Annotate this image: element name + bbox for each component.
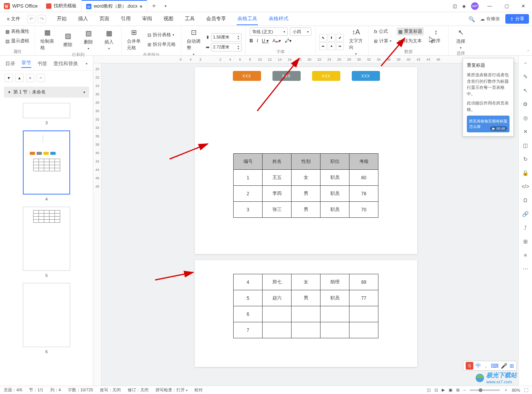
show-gridlines-button[interactable]: ▤显示虚框 bbox=[4, 37, 31, 45]
code-icon[interactable]: </> bbox=[522, 183, 529, 190]
align-tc[interactable]: ⬆ bbox=[328, 34, 335, 42]
collapse-button[interactable]: ▾ bbox=[5, 74, 13, 82]
zoom-in-button[interactable]: ＋ bbox=[504, 387, 508, 393]
omega-icon[interactable]: Ω bbox=[522, 197, 529, 204]
table-row[interactable]: 1王五女职员80 bbox=[234, 170, 378, 186]
ai-icon[interactable]: ◎ bbox=[522, 114, 529, 121]
export-icon[interactable]: ⤴ bbox=[522, 224, 529, 231]
select-button[interactable]: ↖选择▾ bbox=[452, 27, 469, 50]
table-header[interactable]: 编号 bbox=[234, 154, 263, 170]
bookmark-icon[interactable]: ◫ bbox=[522, 142, 529, 149]
document-canvas[interactable]: 6422468101214161820222426283032343638404… bbox=[93, 56, 518, 386]
nav-tab-3[interactable]: 查找和替换 bbox=[53, 60, 78, 67]
merge-cells-button[interactable]: ⊞合并单元格 bbox=[125, 27, 142, 52]
italic-button[interactable]: I bbox=[257, 38, 258, 43]
remove-section-button[interactable]: − bbox=[37, 74, 45, 82]
font-family-select[interactable]: 等线 (正文)▾ bbox=[250, 27, 288, 36]
font-size-select[interactable]: 小四▾ bbox=[290, 27, 311, 36]
sogou-icon[interactable]: S bbox=[466, 362, 473, 370]
zoom-slider[interactable] bbox=[470, 389, 500, 391]
tab-templates[interactable]: 找稻壳模板 bbox=[42, 0, 82, 12]
table-row[interactable]: 4郑七女助理89 bbox=[234, 274, 378, 290]
close-button[interactable]: ✕ bbox=[518, 0, 529, 12]
search-icon[interactable]: 🔍 bbox=[468, 16, 475, 22]
menu-item-9[interactable]: 表格样式 bbox=[268, 13, 289, 25]
page-thumbnail-3[interactable] bbox=[23, 103, 70, 118]
status-track[interactable]: 修订：关闭 bbox=[128, 387, 149, 393]
align-tl[interactable]: ⬉ bbox=[319, 34, 327, 42]
status-proof[interactable]: 校对 bbox=[194, 387, 203, 393]
highlight-button[interactable]: 🖍▾ bbox=[285, 38, 292, 43]
page-thumbnail-5[interactable] bbox=[23, 207, 70, 271]
expand-button[interactable]: ▴ bbox=[15, 74, 24, 82]
align-mc[interactable]: ● bbox=[328, 42, 335, 50]
table-row[interactable]: 7 bbox=[234, 322, 378, 338]
bold-button[interactable]: B bbox=[250, 38, 253, 43]
insert-button[interactable]: ▦插入▾ bbox=[101, 28, 117, 51]
nav-tab-0[interactable]: 目录 bbox=[5, 60, 15, 67]
tooltip-video[interactable]: 跨页表格每页都有标题怎么做 ▶00:48 bbox=[467, 116, 510, 132]
table-row[interactable]: 3张三男职员70 bbox=[234, 202, 378, 218]
status-spell[interactable]: 拼写检查：打开 ▾ bbox=[155, 387, 187, 393]
font-color-button[interactable]: A▾ bbox=[272, 38, 281, 43]
view-mode-4[interactable]: ▣ bbox=[449, 388, 452, 392]
table-row[interactable]: 5赵六男职员77 bbox=[234, 290, 378, 306]
settings-icon[interactable]: ⚙ bbox=[522, 101, 529, 108]
grid-icon[interactable]: ⊞ bbox=[522, 238, 529, 245]
minus-icon[interactable]: − bbox=[522, 60, 529, 66]
align-mr[interactable]: ➡ bbox=[336, 42, 344, 50]
menu-item-0[interactable]: 开始 bbox=[56, 13, 67, 25]
draw-table-button[interactable]: ▦绘制表格 bbox=[39, 27, 56, 52]
refresh-icon[interactable]: ↻ bbox=[522, 156, 529, 162]
align-ml[interactable]: ⬅ bbox=[319, 42, 327, 50]
status-rev[interactable]: 改写：关闭 bbox=[100, 387, 121, 393]
fullscreen-button[interactable]: ⛶ bbox=[524, 388, 528, 392]
section-item[interactable]: ▼ 第 1 节：未命名 ▾ bbox=[4, 87, 89, 98]
list-icon[interactable]: ≡ bbox=[522, 252, 529, 259]
convert-text-button[interactable]: ⇄转为文本 bbox=[397, 37, 424, 45]
sort-button[interactable]: ↕排序 bbox=[428, 27, 444, 45]
menu-item-2[interactable]: 页面 bbox=[99, 13, 110, 25]
eraser-button[interactable]: ▨擦除 bbox=[59, 31, 76, 49]
menu-item-3[interactable]: 引用 bbox=[120, 13, 131, 25]
repeat-header-button[interactable]: ▦重复标题 bbox=[397, 27, 424, 35]
ime-more[interactable]: ⊞ bbox=[510, 363, 514, 369]
zoom-label[interactable]: 80% bbox=[512, 388, 520, 392]
status-section[interactable]: 节：1/1 bbox=[29, 387, 43, 393]
ime-keyboard[interactable]: ⌨ bbox=[491, 363, 498, 369]
lock-icon[interactable]: 🔒 bbox=[522, 169, 529, 176]
status-col[interactable]: 列：4 bbox=[50, 387, 61, 393]
pen-icon[interactable]: ✎ bbox=[522, 73, 529, 80]
ribbon-collapse-button[interactable]: ⌃ bbox=[527, 50, 530, 54]
calc-button[interactable]: ⊞计算▾ bbox=[372, 37, 393, 45]
autofit-button[interactable]: ⊡自动调整▾ bbox=[185, 27, 202, 57]
view-mode-1[interactable]: ◫ bbox=[427, 388, 431, 392]
menu-item-4[interactable]: 审阅 bbox=[141, 13, 153, 25]
undo-button[interactable]: ↶ bbox=[27, 15, 35, 23]
align-tr[interactable]: ⬈ bbox=[336, 34, 344, 42]
menu-item-8[interactable]: 表格工具 bbox=[237, 13, 258, 25]
table-props-button[interactable]: ▦表格属性 bbox=[4, 27, 31, 35]
menu-item-1[interactable]: 插入 bbox=[77, 13, 89, 25]
layout-icon[interactable]: ◫ bbox=[453, 3, 457, 9]
menu-item-6[interactable]: 工具 bbox=[184, 13, 195, 25]
page-thumbnail-4[interactable] bbox=[23, 130, 70, 195]
avatar[interactable]: WP bbox=[471, 2, 479, 10]
table-header[interactable]: 考核 bbox=[349, 154, 378, 170]
table-row[interactable]: 2李四男职员78 bbox=[234, 186, 378, 202]
split-cell-button[interactable]: ⊞拆分单元格 bbox=[146, 40, 177, 48]
tab-dropdown-button[interactable]: ▾ bbox=[161, 0, 170, 12]
more-icon[interactable]: ⋯ bbox=[522, 265, 529, 272]
nav-tab-2[interactable]: 书签 bbox=[37, 60, 47, 67]
ime-punct[interactable]: ， bbox=[483, 362, 489, 369]
table-header[interactable]: 姓名 bbox=[263, 154, 292, 170]
view-mode-5[interactable]: ⊞ bbox=[456, 388, 460, 392]
menu-item-5[interactable]: 视图 bbox=[163, 13, 174, 25]
status-page[interactable]: 页面：4/6 bbox=[4, 387, 22, 393]
menu-item-7[interactable]: 会员专享 bbox=[205, 13, 227, 25]
status-words[interactable]: 字数：10/725 bbox=[68, 387, 93, 393]
redo-button[interactable]: ↷ bbox=[38, 15, 46, 23]
text-direction-button[interactable]: ↕A文字方向▾ bbox=[348, 27, 364, 56]
file-menu-button[interactable]: ≡ 文件 bbox=[3, 14, 24, 24]
table-header[interactable]: 职位 bbox=[320, 154, 349, 170]
